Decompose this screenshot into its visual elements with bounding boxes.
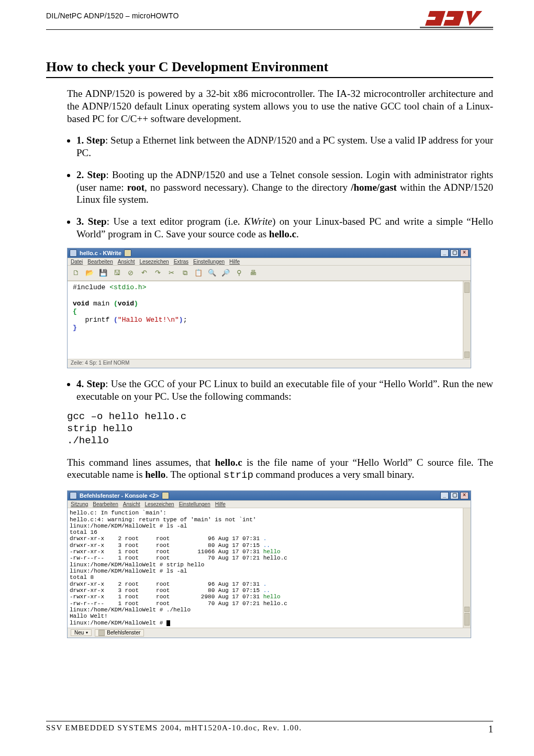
kons-close-icon[interactable]: × <box>460 492 469 499</box>
konsole-tabbar[interactable]: Neu ▾ Befehlsfenster <box>68 628 471 638</box>
t-l12a: drwxr-xr-x 2 root root 96 Aug 17 07:31 <box>70 581 263 587</box>
kons-scroll-mid-icon[interactable] <box>464 607 470 612</box>
svg-rect-6 <box>420 27 493 28</box>
t-l14a: -rwxr-xr-x 1 root root 2980 Aug 17 07:31 <box>70 594 263 600</box>
maximize-icon[interactable]: ▢ <box>450 249 459 257</box>
kwrite-scrollbar[interactable] <box>463 281 471 359</box>
terminal-cursor <box>166 620 170 626</box>
tb-open-icon[interactable]: 📂 <box>83 267 96 279</box>
kmenu-ansicht[interactable]: Ansicht <box>123 501 140 507</box>
code-include: #include <box>73 283 109 291</box>
step-4-label: 4. Step <box>76 378 105 389</box>
menu-datei[interactable]: Datei <box>71 259 83 265</box>
t-l13a: drwxr-xr-x 3 root root 80 Aug 17 07:15 <box>70 587 263 594</box>
close-icon[interactable]: × <box>460 249 469 257</box>
konsole-terminal[interactable]: hello.c: In function `main': hello.c:4: … <box>68 508 471 628</box>
menu-extras[interactable]: Extras <box>174 259 188 265</box>
code-paren2-open: ( <box>114 316 118 324</box>
step-3-label: 3. Step <box>76 216 107 227</box>
code-string: "Hallo Welt!\n" <box>118 316 179 324</box>
code-paren2-close: ) <box>179 316 183 324</box>
konsole-tab-new[interactable]: Neu ▾ <box>71 629 92 636</box>
tab-session-label: Befehlsfenster <box>107 630 140 636</box>
after-post: command produces a very small binary. <box>253 469 414 480</box>
menu-ansicht[interactable]: Ansicht <box>118 259 135 265</box>
menu-hilfe[interactable]: Hilfe <box>229 259 240 265</box>
step-3-pre: : Use a text editor program (i.e. <box>107 216 244 227</box>
kwrite-titlebar[interactable]: hello.c - KWrite _ ▢ × <box>68 248 471 258</box>
tb-save-icon[interactable]: 💾 <box>97 267 109 279</box>
after-mid2: . The optional <box>165 469 223 480</box>
t-l12b: . <box>263 581 267 587</box>
kwrite-toolbar[interactable]: 🗋 📂 💾 🖫 ⊘ ↶ ↷ ✂ ⧉ 📋 🔍 🔎 ⚲ 🖶 <box>68 266 471 281</box>
chevron-down-icon[interactable]: ▾ <box>86 630 88 635</box>
t-l05b: . <box>263 535 267 542</box>
kons-minimize-icon[interactable]: _ <box>440 492 449 499</box>
kmenu-sitzung[interactable]: Sitzung <box>71 501 88 507</box>
menu-einstellungen[interactable]: Einstellungen <box>193 259 225 265</box>
tb-paste-icon[interactable]: 📋 <box>192 267 205 279</box>
scroll-up-icon[interactable] <box>464 282 470 293</box>
tb-replace-icon[interactable]: ⚲ <box>233 267 246 279</box>
after-exe: hello <box>145 469 165 480</box>
konsole-menubar[interactable]: Sitzung Bearbeiten Ansicht Lesezeichen E… <box>68 500 471 508</box>
tb-saveas-icon[interactable]: 🖫 <box>110 267 123 279</box>
terminal-icon <box>98 630 105 636</box>
step-3-app: KWrite <box>244 216 272 227</box>
tb-copy-icon[interactable]: ⧉ <box>179 267 191 279</box>
scroll-down-icon[interactable] <box>464 352 470 358</box>
kmenu-bearbeiten[interactable]: Bearbeiten <box>93 501 118 507</box>
after-cmd: strip <box>224 469 253 481</box>
menu-lesezeichen[interactable]: Lesezeichen <box>140 259 169 265</box>
t-l08: -rw-r--r-- 1 root root 70 Aug 17 07:21 h… <box>70 555 287 561</box>
intro-paragraph: The ADNP/1520 is powered by a 32-bit x86… <box>67 87 493 125</box>
konsole-scrollbar[interactable] <box>463 508 471 628</box>
tb-redo-icon[interactable]: ↷ <box>151 267 164 279</box>
code-semi: ; <box>183 316 187 324</box>
step-2-dir: /home/gast <box>351 182 397 193</box>
konsole-tab-session[interactable]: Befehlsfenster <box>95 629 144 637</box>
shell-commands: gcc –o hello hello.c strip hello ./hello <box>67 411 493 446</box>
after-paragraph: This command lines assumes, that hello.c… <box>67 456 493 483</box>
kwrite-editor[interactable]: #include <stdio.h> void main (void) { pr… <box>68 281 471 359</box>
kmenu-lesezeichen[interactable]: Lesezeichen <box>145 501 174 507</box>
t-l01: hello.c: In function `main': <box>70 510 166 516</box>
tb-undo-icon[interactable]: ↶ <box>138 267 150 279</box>
step-2-label: 2. Step <box>76 169 106 180</box>
tb-close-icon[interactable]: ⊘ <box>124 267 137 279</box>
minimize-icon[interactable]: _ <box>440 249 449 257</box>
step-2-root: root <box>127 182 144 193</box>
tb-find-icon[interactable]: 🔍 <box>206 267 218 279</box>
t-l06a: drwxr-xr-x 3 root root 80 Aug 17 07:15 <box>70 542 263 549</box>
brand-logo <box>420 9 493 28</box>
t-l04: total 16 <box>70 529 97 535</box>
konsole-window: Befehlsfenster - Konsole <2> _ ▢ × Sitzu… <box>67 490 471 638</box>
t-l06b: .. <box>263 542 270 549</box>
tb-cut-icon[interactable]: ✂ <box>165 267 177 279</box>
tb-new-icon[interactable]: 🗋 <box>70 267 82 279</box>
kwrite-menubar[interactable]: Datei Bearbeiten Ansicht Lesezeichen Ext… <box>68 258 471 266</box>
kwrite-doc-icon <box>124 249 131 257</box>
kons-scroll-down-icon[interactable] <box>464 613 470 626</box>
code-void2: void <box>118 300 134 308</box>
kmenu-hilfe[interactable]: Hilfe <box>215 501 226 507</box>
kmenu-einstellungen[interactable]: Einstellungen <box>179 501 210 507</box>
t-l13b: .. <box>263 587 270 594</box>
step-1-text: : Setup a Ethernet link between the ADNP… <box>76 135 493 158</box>
t-l07a: -rwxr-xr-x 1 root root 11066 Aug 17 07:3… <box>70 549 263 555</box>
konsole-titlebar[interactable]: Befehlsfenster - Konsole <2> _ ▢ × <box>68 491 471 500</box>
kwrite-statusbar: Zeile: 4 Sp: 1 Einf NORM <box>68 359 471 368</box>
step-3-file: hello.c <box>269 228 296 239</box>
step-4-text: : Use the GCC of your PC Linux to build … <box>76 378 493 402</box>
t-l10: linux:/home/KDM/HalloWelt # ls -al <box>70 568 187 574</box>
code-brace-close: } <box>73 324 77 332</box>
source-code[interactable]: #include <stdio.h> void main (void) { pr… <box>73 283 468 357</box>
terminal-output[interactable]: hello.c: In function `main': hello.c:4: … <box>70 510 469 626</box>
t-l05a: drwxr-xr-x 2 root root 96 Aug 17 07:31 <box>70 535 263 542</box>
tb-findnext-icon[interactable]: 🔎 <box>219 267 232 279</box>
konsole-title-text: Befehlsfenster - Konsole <2> <box>80 492 159 499</box>
kons-maximize-icon[interactable]: ▢ <box>450 492 459 499</box>
menu-bearbeiten[interactable]: Bearbeiten <box>87 259 113 265</box>
tb-print-icon[interactable]: 🖶 <box>247 267 259 279</box>
t-l09: linux:/home/KDM/HalloWelt # strip hello <box>70 562 204 568</box>
